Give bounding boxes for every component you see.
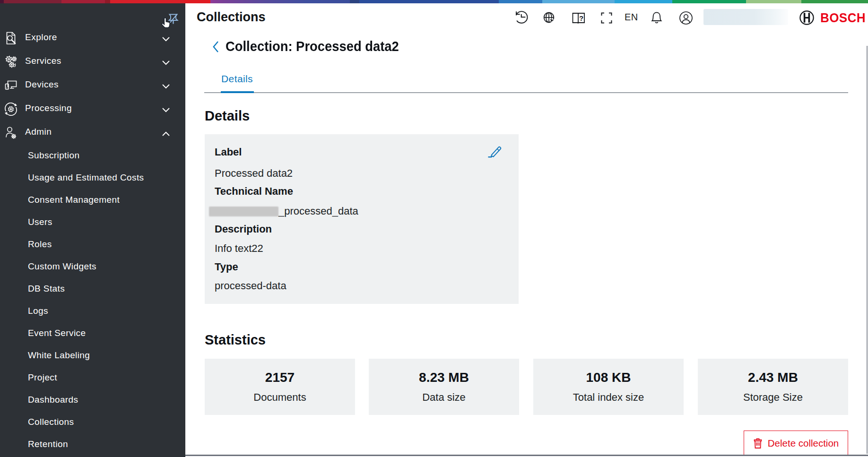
svg-text:?: ?: [579, 14, 583, 22]
